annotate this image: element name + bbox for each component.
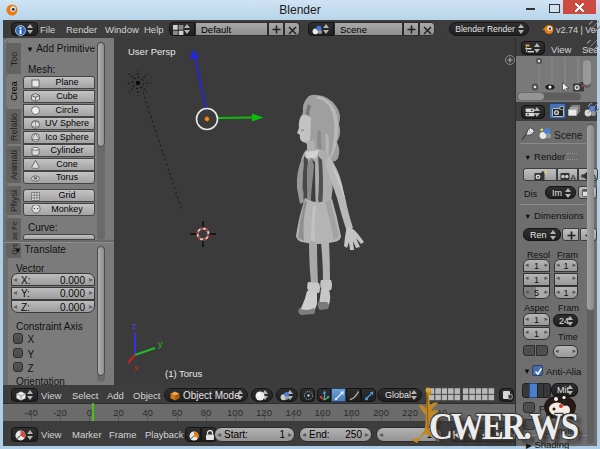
svg-text:A: A (571, 173, 577, 181)
svg-text:x: x (134, 363, 139, 373)
svg-text:User Persp: User Persp (128, 46, 176, 57)
svg-text:CWER.WS: CWER.WS (429, 404, 578, 447)
svg-text:z: z (132, 321, 137, 331)
svg-text:y: y (158, 339, 163, 349)
svg-text:(1) Torus: (1) Torus (165, 368, 203, 379)
